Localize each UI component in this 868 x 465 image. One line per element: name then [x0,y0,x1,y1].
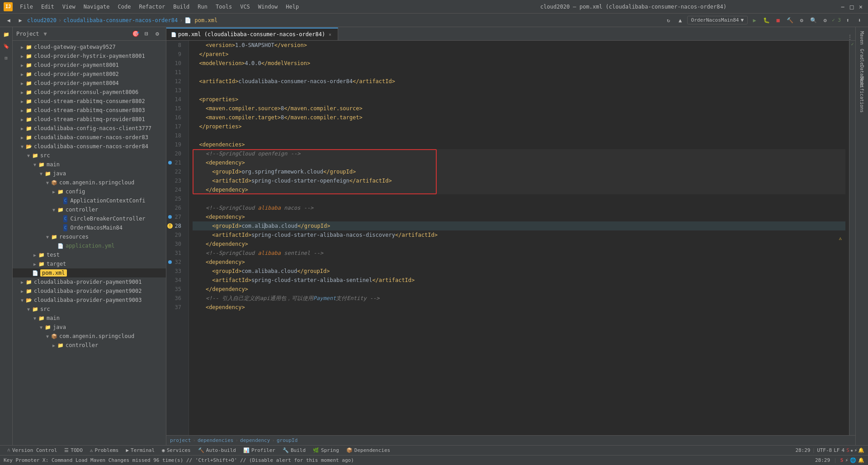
bookmark-icon[interactable]: 🔖 [1,41,12,52]
nav-up-button[interactable]: ▲ [675,15,685,25]
todo-button[interactable]: ☰ TODO [61,446,86,456]
code-line-21[interactable]: <dependency> [193,158,845,167]
spring-button[interactable]: 🌿 Spring [309,446,343,456]
tree-item-pom84[interactable]: 📄 pom.xml [13,268,166,277]
sidebar-settings-button[interactable]: ⚙ [152,29,162,39]
code-line-24[interactable]: </dependency> [193,185,845,194]
code-line-32[interactable]: <dependency> [193,258,845,267]
tree-item-java9003[interactable]: ▼ 📁 java [13,323,166,332]
code-line-37[interactable]: <dependency> [193,303,845,312]
menu-refactor[interactable]: Refactor [135,3,169,11]
settings-button[interactable]: ⚙ [797,15,807,25]
tree-item-controller84[interactable]: ▼ 📁 controller [13,205,166,214]
sidebar-dropdown-icon[interactable]: ▼ [44,31,47,37]
project-icon[interactable]: 📁 [1,29,12,40]
code-content[interactable]: <version>1.0-SNAPSHOT</version> </parent… [189,41,849,435]
code-line-20[interactable]: <!--SpringCloud openfeign --> [193,149,845,158]
code-line-28[interactable]: <groupId>com.alibaba.cloud</groupId> ⚠ [193,221,845,230]
tree-item-main9003[interactable]: ▼ 📁 main [13,314,166,323]
tree-item-consul[interactable]: ▶ 📁 cloud-providerconsul-payment8006 [13,88,166,97]
tree-item-payment8001[interactable]: ▶ 📁 cloud-provider-payment8001 [13,61,166,70]
menu-window[interactable]: Window [255,3,281,11]
code-line-34[interactable]: <artifactId>spring-cloud-starter-alibaba… [193,276,845,285]
encoding[interactable]: UTF-8 [817,447,832,453]
code-line-27[interactable]: <dependency> [193,212,845,221]
services-button[interactable]: ◉ Services [158,446,194,456]
settings2-button[interactable]: ⚙ [820,15,830,25]
tree-item-target84[interactable]: ▶ 📁 target [13,259,166,268]
problems-button[interactable]: ⚠ Problems [86,446,123,456]
search-everywhere-button[interactable]: 🔍 [808,15,818,25]
code-line-19[interactable]: <dependencies> [193,140,845,149]
profiler-button[interactable]: 📊 Profiler [240,446,279,456]
menu-navigate[interactable]: Navigate [80,3,113,11]
dependencies-button[interactable]: 📦 Dependencies [343,446,394,456]
code-line-26[interactable]: <!--SpringCloud alibaba nacos --> [193,203,845,212]
code-line-31[interactable]: <!--SpringCloud alibaba sentinel --> [193,249,845,258]
code-line-13[interactable] [193,86,845,95]
tree-item-rabbit8803[interactable]: ▶ 📁 cloud-stream-rabbitmq-consumer8803 [13,106,166,115]
code-line-23[interactable]: <artifactId>spring-cloud-starter-openfei… [193,176,845,185]
menu-help[interactable]: Help [282,3,302,11]
tree-item-src9003[interactable]: ▼ 📁 src [13,305,166,314]
breadcrumb-dependency[interactable]: dependency [240,437,270,443]
code-line-29[interactable]: <artifactId>spring-cloud-starter-alibaba… [193,230,845,240]
tab-pom-xml[interactable]: 📄 pom.xml (cloudalibaba-consumer-nacos-o… [166,28,338,40]
menu-view[interactable]: View [59,3,79,11]
tree-item-config3777[interactable]: ▶ 📁 cloudalibaba-config-nacos-client3777 [13,124,166,133]
code-editor[interactable]: 8 9 10 11 12 13 14 15 16 17 18 19 20 21 … [166,41,855,435]
breadcrumb-groupid[interactable]: groupId [277,437,297,443]
gradle-panel-button[interactable]: Gradle [857,52,868,62]
breadcrumb-project[interactable]: project [170,437,191,443]
close-button[interactable]: × [857,3,864,10]
tree-item-resources84[interactable]: ▼ 📁 resources [13,232,166,241]
stop-button[interactable]: ■ [773,15,783,25]
minimize-button[interactable]: − [839,3,846,10]
structure-icon[interactable]: ⊞ [1,52,12,63]
menu-run[interactable]: Run [194,3,211,11]
maven-panel-button[interactable]: Maven [857,33,868,43]
tree-item-provider9003[interactable]: ▼ 📂 cloudalibaba-provider-payment9003 [13,296,166,305]
menu-code[interactable]: Code [114,3,135,11]
code-line-9[interactable]: </parent> [193,50,845,59]
menu-build[interactable]: Build [170,3,193,11]
menu-tools[interactable]: Tools [212,3,236,11]
tree-item-provider9002[interactable]: ▶ 📁 cloudalibaba-provider-payment9002 [13,287,166,296]
code-line-17[interactable]: </properties> [193,122,845,131]
build-button-status[interactable]: 🔧 Build [279,446,309,456]
tree-item-rabbit8802[interactable]: ▶ 📁 cloud-stream-rabbitmq-consumer8802 [13,97,166,106]
tree-item-hystrix[interactable]: ▶ 📁 cloud-provider-hystrix-payment8001 [13,52,166,61]
code-line-8[interactable]: <version>1.0-SNAPSHOT</version> [193,41,845,50]
code-line-12[interactable]: <artifactId>cloudalibaba-consumer-nacos-… [193,77,845,86]
breadcrumb-module[interactable]: cloudalibaba-consumer-nacos-order84 [63,17,178,23]
breadcrumb-file[interactable]: 📄 pom.xml [184,17,217,23]
tree-item-main84[interactable]: ▼ 📁 main [13,160,166,169]
menu-file[interactable]: File [16,3,37,11]
breadcrumb-dependencies[interactable]: dependencies [198,437,233,443]
run-button[interactable]: ▶ [750,15,760,25]
tree-item-order84[interactable]: ▼ 📂 cloudalibaba-consumer-nacos-order84 [13,142,166,151]
line-ending[interactable]: LF [834,447,840,453]
code-line-10[interactable]: <modelVersion>4.0.0</modelVersion> [193,59,845,68]
breadcrumb-cloud2020[interactable]: cloud2020 [27,17,57,23]
tree-item-application-yml[interactable]: 📄 application.yml [13,241,166,250]
tree-item-payment8004[interactable]: ▶ 📁 cloud-provider-payment8004 [13,79,166,88]
tree-item-package9003[interactable]: ▼ 📦 com.angenin.springcloud [13,332,166,341]
tree-item-rabbit8801[interactable]: ▶ 📁 cloud-stream-rabbitmq-provider8801 [13,115,166,124]
nav-forward-button[interactable]: ▶ [15,15,25,25]
code-line-35[interactable]: </dependency> [193,285,845,294]
indent-size[interactable]: 4 [842,447,845,453]
run-config-selector[interactable]: OrderNacosMain84 ▼ [687,16,748,24]
tree-item-config84[interactable]: ▶ 📁 config [13,187,166,196]
sidebar-locate-button[interactable]: 🎯 [131,29,141,39]
code-line-16[interactable]: <maven.compiler.target>8</maven.compiler… [193,113,845,122]
more-tabs-button[interactable]: ⋮ [844,34,855,40]
notifications-panel-button[interactable]: Notifications [857,89,868,100]
maximize-button[interactable]: □ [848,3,855,10]
code-line-22[interactable]: <groupId>org.springframework.cloud</grou… [193,167,845,176]
autobuild-button[interactable]: 🔨 Auto-build [194,446,240,456]
tree-item-circlebreaker[interactable]: C CircleBreakerController [13,214,166,223]
debug-button[interactable]: 🐛 [761,15,771,25]
tree-item-controller9003[interactable]: ▶ 📁 controller [13,341,166,350]
tree-item-java84[interactable]: ▼ 📁 java [13,169,166,178]
